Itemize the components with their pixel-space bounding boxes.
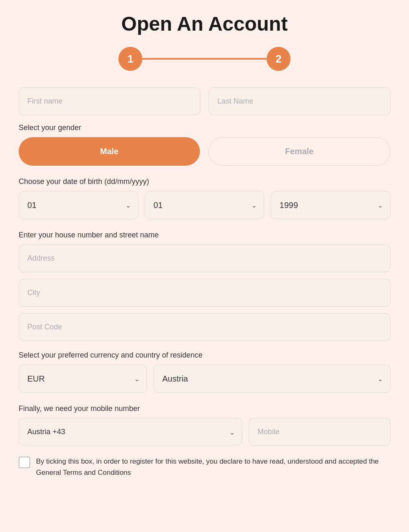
currency-section: Select your preferred currency and count…: [19, 351, 390, 393]
terms-row: By ticking this box, in order to registe…: [19, 456, 390, 478]
step-2-circle: 2: [267, 47, 291, 71]
month-wrapper: 01 02 03 ⌄: [145, 191, 265, 219]
mobile-input-wrapper: [249, 418, 390, 446]
stepper: 1 2: [19, 47, 390, 71]
country-wrapper: Austria Germany France ⌄: [154, 365, 390, 393]
currency-select[interactable]: EUR USD GBP: [19, 365, 147, 393]
city-input[interactable]: [19, 279, 390, 307]
address-label: Enter your house number and street name: [19, 231, 390, 239]
year-select[interactable]: 1999 2000 1998: [271, 191, 390, 219]
page-container: Open An Account 1 2 Select your gender M…: [0, 0, 409, 532]
address-section: Enter your house number and street name: [19, 231, 390, 341]
mobile-row: Austria +43 Germany +49 France +33 ⌄: [19, 418, 390, 446]
year-wrapper: 1999 2000 1998 ⌄: [271, 191, 390, 219]
female-button[interactable]: Female: [208, 137, 390, 166]
currency-label: Select your preferred currency and count…: [19, 351, 390, 360]
mobile-country-select[interactable]: Austria +43 Germany +49 France +33: [19, 418, 242, 445]
month-select[interactable]: 01 02 03: [145, 191, 265, 219]
gender-row: Male Female: [19, 137, 390, 166]
last-name-input[interactable]: [209, 87, 390, 115]
first-name-field: [19, 87, 200, 115]
name-row: [19, 87, 390, 115]
last-name-field: [209, 87, 390, 115]
day-select[interactable]: 01 02 03: [19, 191, 138, 219]
gender-section: Select your gender Male Female: [19, 123, 390, 166]
terms-text: By ticking this box, in order to registe…: [36, 456, 390, 478]
currency-wrapper: EUR USD GBP ⌄: [19, 365, 147, 393]
dob-section: Choose your date of birth (dd/mm/yyyy) 0…: [19, 177, 390, 219]
first-name-input[interactable]: [19, 87, 200, 115]
gender-label: Select your gender: [19, 123, 390, 132]
postcode-input[interactable]: [19, 313, 390, 341]
step-1-circle: 1: [118, 47, 142, 71]
step-line: [142, 58, 267, 60]
mobile-country-wrapper: Austria +43 Germany +49 France +33 ⌄: [19, 418, 242, 446]
page-title: Open An Account: [19, 12, 390, 35]
currency-row: EUR USD GBP ⌄ Austria Germany France ⌄: [19, 365, 390, 393]
date-row: 01 02 03 ⌄ 01 02 03 ⌄ 1999 2000 1998: [19, 191, 390, 219]
mobile-label: Finally, we need your mobile number: [19, 404, 390, 413]
male-button[interactable]: Male: [19, 137, 200, 166]
mobile-input[interactable]: [249, 418, 390, 446]
day-wrapper: 01 02 03 ⌄: [19, 191, 138, 219]
address-input[interactable]: [19, 244, 390, 272]
country-select[interactable]: Austria Germany France: [154, 365, 390, 393]
mobile-section: Finally, we need your mobile number Aust…: [19, 404, 390, 446]
dob-label: Choose your date of birth (dd/mm/yyyy): [19, 177, 390, 186]
terms-checkbox[interactable]: [19, 457, 30, 468]
